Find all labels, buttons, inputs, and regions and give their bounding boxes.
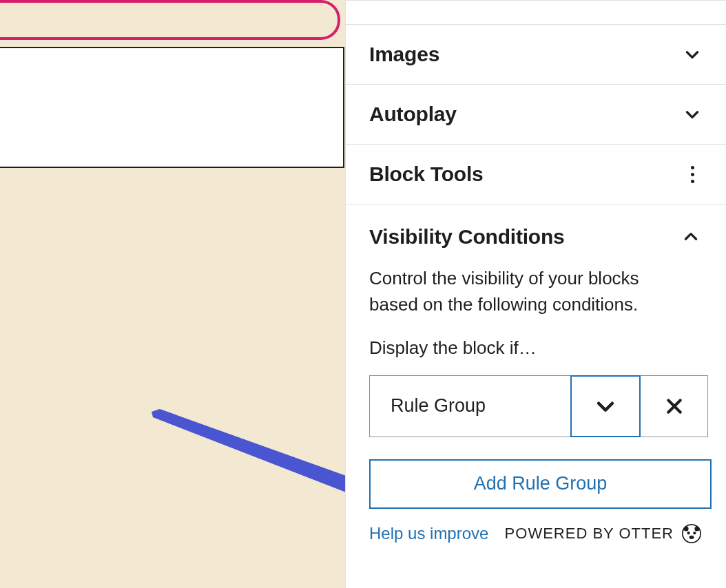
svg-point-7 xyxy=(687,532,690,534)
settings-sidebar: Images Autoplay Block Tools Visibility C… xyxy=(345,0,726,588)
panel-images[interactable]: Images xyxy=(346,24,726,84)
otter-logo-icon xyxy=(682,524,701,543)
selected-block-outline[interactable] xyxy=(0,0,340,40)
editor-canvas xyxy=(0,0,345,588)
rule-group-select[interactable]: Rule Group xyxy=(369,375,571,437)
app-stage: Images Autoplay Block Tools Visibility C… xyxy=(0,0,726,588)
panel-autoplay[interactable]: Autoplay xyxy=(346,84,726,144)
add-rule-group-button[interactable]: Add Rule Group xyxy=(369,459,712,509)
svg-point-9 xyxy=(689,536,694,539)
panel-visibility-header[interactable]: Visibility Conditions xyxy=(369,204,708,265)
panel-autoplay-title: Autoplay xyxy=(369,103,457,126)
powered-by-otter: POWERED BY OTTER xyxy=(505,524,701,543)
rule-group-remove-button[interactable] xyxy=(641,375,708,437)
rule-group-select-label: Rule Group xyxy=(391,395,486,417)
rule-group-row: Rule Group xyxy=(369,375,708,437)
rule-group-expand-button[interactable] xyxy=(570,375,641,437)
svg-point-6 xyxy=(694,526,699,531)
panel-visibility-title: Visibility Conditions xyxy=(369,225,565,249)
svg-point-5 xyxy=(684,526,689,531)
chevron-down-icon xyxy=(683,105,701,123)
powered-by-label: POWERED BY OTTER xyxy=(505,525,674,543)
panel-block-tools-title: Block Tools xyxy=(369,162,484,186)
visibility-footer: Help us improve POWERED BY OTTER xyxy=(369,524,708,543)
visibility-display-label: Display the block if… xyxy=(369,337,708,359)
empty-block[interactable] xyxy=(0,47,344,168)
help-us-improve-link[interactable]: Help us improve xyxy=(369,524,488,543)
panel-visibility-conditions: Visibility Conditions Control the visibi… xyxy=(346,204,726,543)
panel-block-tools[interactable]: Block Tools xyxy=(346,144,726,204)
svg-point-8 xyxy=(693,532,696,534)
chevron-up-icon xyxy=(682,228,700,246)
panel-divider-top xyxy=(346,0,726,24)
chevron-down-icon xyxy=(683,45,701,63)
visibility-description: Control the visibility of your blocks ba… xyxy=(369,265,708,318)
kebab-menu-icon[interactable] xyxy=(683,165,701,183)
panel-images-title: Images xyxy=(369,43,439,66)
